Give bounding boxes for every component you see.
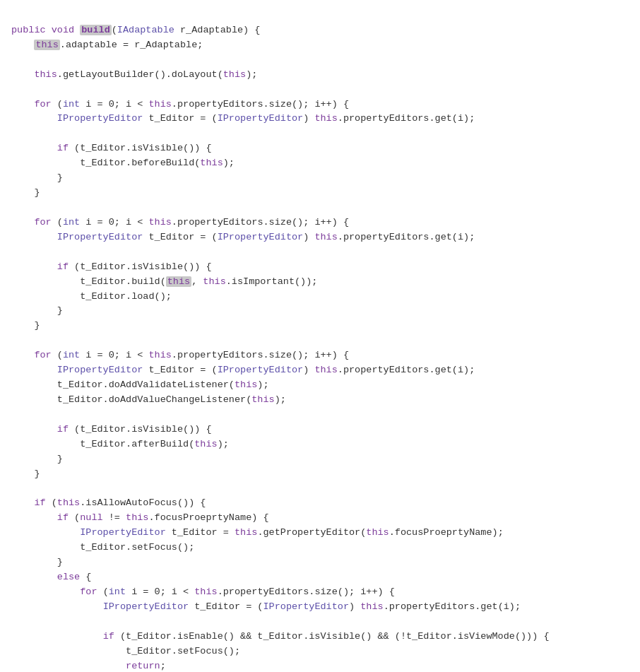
line-23: for (int i = 0; i < this.propertyEditors… — [11, 350, 349, 360]
line-21: } — [11, 320, 40, 331]
line-33: if (this.isAllowAutoFocus()) { — [11, 497, 206, 508]
line-39: for (int i = 0; i < this.propertyEditors… — [11, 586, 395, 597]
line-24: IPropertyEditor t_Editor = (IPropertyEdi… — [11, 365, 475, 375]
line-9: if (t_Editor.isVisible()) { — [11, 143, 212, 153]
line-11: } — [11, 172, 63, 183]
line-7: IPropertyEditor t_Editor = (IPropertyEdi… — [11, 113, 475, 124]
line-20: } — [11, 305, 63, 316]
line-19: t_Editor.load(); — [11, 291, 172, 302]
line-42: if (t_Editor.isEnable() && t_Editor.isVi… — [11, 631, 550, 642]
line-10: t_Editor.beforeBuild(this); — [11, 158, 235, 168]
line-35: IPropertyEditor t_Editor = this.getPrope… — [11, 527, 504, 538]
line-34: if (null != this.focusProeprtyName) { — [11, 512, 269, 523]
line-15: IPropertyEditor t_Editor = (IPropertyEdi… — [11, 232, 475, 242]
line-1: public void build(IAdaptable r_Adaptable… — [11, 25, 260, 35]
code-viewer: public void build(IAdaptable r_Adaptable… — [11, 8, 629, 672]
line-17: if (t_Editor.isVisible()) { — [11, 261, 212, 272]
line-18: t_Editor.build(this, this.isImportant())… — [11, 276, 317, 287]
line-14: for (int i = 0; i < this.propertyEditors… — [11, 217, 349, 228]
line-6: for (int i = 0; i < this.propertyEditors… — [11, 99, 349, 110]
line-36: t_Editor.setFocus(); — [11, 542, 194, 553]
line-29: t_Editor.afterBuild(this); — [11, 439, 229, 449]
line-28: if (t_Editor.isVisible()) { — [11, 424, 212, 435]
line-38: else { — [11, 572, 91, 582]
line-4: this.getLayoutBuilder().doLayout(this); — [11, 69, 257, 80]
line-40: IPropertyEditor t_Editor = (IPropertyEdi… — [11, 601, 521, 612]
line-12: } — [11, 187, 40, 198]
line-30: } — [11, 454, 63, 464]
line-26: t_Editor.doAddValueChangeListener(this); — [11, 394, 286, 405]
line-43: t_Editor.setFocus(); — [11, 646, 240, 656]
line-25: t_Editor.doAddValidateListener(this); — [11, 379, 269, 390]
line-37: } — [11, 557, 63, 567]
line-2: this.adaptable = r_Adaptable; — [11, 40, 203, 50]
line-44: return; — [11, 661, 166, 671]
line-31: } — [11, 468, 40, 479]
